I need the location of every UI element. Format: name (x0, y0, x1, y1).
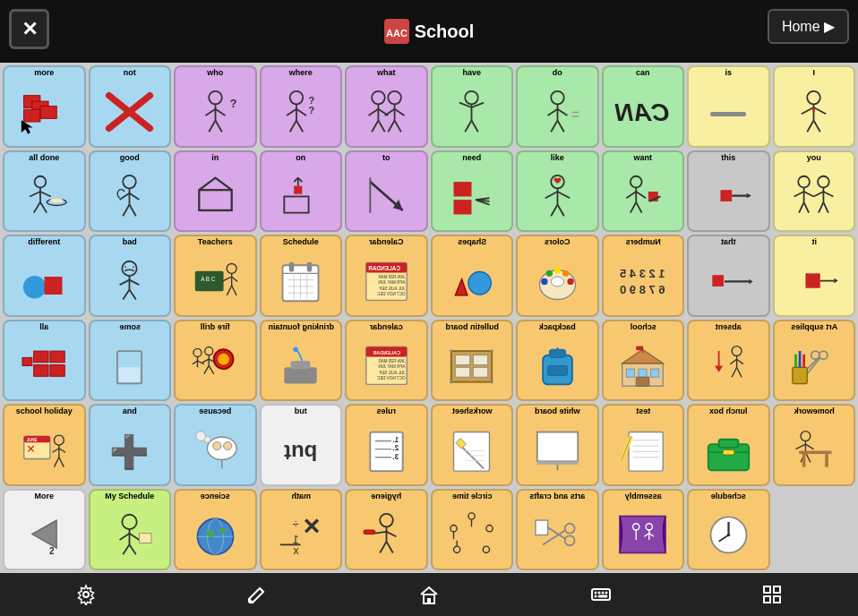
cell-hygiene[interactable]: hygiene (345, 489, 428, 571)
cell-because[interactable]: because (174, 404, 257, 486)
cell-numbers[interactable]: Numbers 1 2 3 4 56 7 8 9 0 (602, 235, 685, 317)
svg-line-21 (296, 120, 303, 132)
cell-to[interactable]: to (345, 150, 428, 233)
svg-text:JAN  FEB  MAR: JAN FEB MAR (377, 359, 405, 364)
cell-in[interactable]: in (174, 150, 257, 233)
cell-schedule-last[interactable]: schedule (687, 489, 770, 571)
cell-white-board[interactable]: white board (516, 404, 599, 486)
bad-icon (105, 259, 154, 304)
cell-not[interactable]: not (89, 65, 172, 148)
cell-more[interactable]: more (3, 65, 86, 148)
cell-shapes[interactable]: Shapes (431, 235, 514, 317)
cell-but[interactable]: but but (260, 404, 343, 486)
cell-need[interactable]: need (431, 150, 514, 233)
cell-calendar-row4[interactable]: calendar CALENDAR JAN FEB MAR APR MAY JU… (345, 320, 428, 402)
keyboard-button[interactable] (572, 578, 630, 611)
cell-art-supplies[interactable]: Art supplies (773, 320, 856, 402)
svg-text:1.: 1. (392, 436, 399, 444)
cell-all-done[interactable]: all done (3, 150, 86, 233)
cell-where[interactable]: where ? ? (260, 65, 343, 148)
svg-line-216 (736, 359, 742, 364)
cell-that[interactable]: that (687, 235, 770, 317)
cell-circle-time[interactable]: circle time (431, 489, 514, 571)
cell-is[interactable]: is (687, 65, 770, 148)
cell-test[interactable]: test (602, 404, 685, 486)
cell-do[interactable]: do (516, 65, 599, 148)
svg-rect-271 (718, 439, 738, 447)
svg-rect-291 (140, 534, 152, 543)
cell-assembly[interactable]: assembly (602, 489, 685, 571)
not-icon (105, 90, 154, 134)
svg-line-238 (59, 448, 65, 452)
svg-point-222 (819, 351, 828, 359)
cell-worksheet[interactable]: worksheet (431, 404, 514, 486)
cell-it[interactable]: it (773, 235, 856, 317)
svg-text:?: ? (230, 97, 237, 110)
svg-point-316 (564, 536, 574, 546)
cell-arts-crafts[interactable]: arts and crafts (516, 489, 599, 571)
cell-want[interactable]: want (602, 150, 685, 233)
svg-line-121 (130, 279, 140, 284)
cell-who[interactable]: who ? (174, 65, 257, 148)
settings-button[interactable] (57, 578, 115, 611)
cell-different[interactable]: different (3, 235, 86, 317)
cell-backpack[interactable]: backpack (516, 320, 599, 402)
svg-marker-283 (32, 520, 56, 548)
svg-rect-260 (537, 432, 578, 461)
svg-text:?: ? (309, 105, 315, 116)
cell-absent[interactable]: absent (687, 320, 770, 402)
cell-what[interactable]: what (345, 65, 428, 148)
cell-i[interactable]: I (773, 65, 856, 148)
cell-school-holiday[interactable]: school holiday JUNE (3, 404, 86, 486)
cell-calendar-row3[interactable]: Calendar CALENDAR JAN FEB MAR APR MAY JU… (345, 235, 428, 317)
cell-bad[interactable]: bad (89, 235, 172, 317)
cell-math[interactable]: math ✕ ÷ 1 x (260, 489, 343, 571)
cell-fire-drill[interactable]: fire drill (174, 320, 257, 402)
cell-like[interactable]: like (516, 150, 599, 233)
pencil-button[interactable] (228, 578, 286, 611)
symbol-grid: more not who ? where (0, 63, 858, 573)
cell-and[interactable]: and ➕ (89, 404, 172, 486)
cell-on[interactable]: on (260, 150, 343, 233)
svg-line-305 (380, 542, 386, 553)
svg-rect-281 (825, 454, 828, 467)
cell-drinking-fountain[interactable]: drinking fountain (260, 320, 343, 402)
cell-teachers[interactable]: Teachers A B C (174, 235, 257, 317)
svg-line-111 (824, 192, 834, 196)
svg-line-176 (202, 359, 209, 363)
cell-all[interactable]: all (3, 320, 86, 402)
svg-rect-166 (50, 365, 64, 377)
svg-point-242 (223, 441, 231, 449)
cell-some[interactable]: some (89, 320, 172, 402)
cell-this[interactable]: this (687, 150, 770, 233)
cell-you[interactable]: you (773, 150, 856, 233)
cell-schedule[interactable]: Schedule (260, 235, 343, 317)
svg-line-239 (54, 457, 58, 466)
cell-have[interactable]: have (431, 65, 514, 148)
cell-more-nav[interactable]: More 2 (3, 489, 86, 571)
svg-rect-254 (454, 432, 490, 471)
home-button[interactable]: Home ▶ (768, 9, 849, 44)
svg-line-89 (551, 205, 557, 217)
svg-line-106 (799, 202, 803, 213)
more-nav-icon: 2 (20, 512, 69, 557)
cell-rules[interactable]: rules 1. 2. 3. (345, 404, 428, 486)
cell-homework[interactable]: homework (773, 404, 856, 486)
svg-text:JUL  AUG  SEP: JUL AUG SEP (379, 286, 405, 290)
absent-icon (704, 343, 753, 388)
grid-button[interactable] (743, 578, 801, 611)
cell-bulletin-board[interactable]: bulletin board (431, 320, 514, 402)
cell-colors[interactable]: Colors (516, 235, 599, 317)
assembly-icon (618, 512, 667, 557)
close-button[interactable]: ✕ (9, 9, 49, 49)
cell-good[interactable]: good (89, 150, 172, 233)
cell-lunch-box[interactable]: lunch box (687, 404, 770, 486)
cell-can[interactable]: can CAN (602, 65, 685, 148)
have-icon (447, 90, 496, 134)
cell-my-schedule[interactable]: My Schedule (89, 489, 172, 571)
home-toolbar-button[interactable] (400, 578, 458, 611)
svg-line-237 (52, 448, 58, 452)
svg-text:2: 2 (49, 547, 55, 557)
cell-science[interactable]: science (174, 489, 257, 571)
cell-school[interactable]: school (602, 320, 685, 402)
